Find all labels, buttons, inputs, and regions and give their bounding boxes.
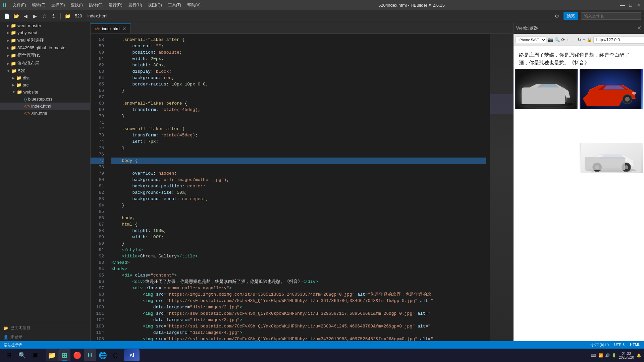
taskbar-vscode[interactable]: ⊞	[58, 349, 70, 361]
battery-icon[interactable]: 🔋	[612, 353, 616, 358]
taskbar-chrome[interactable]: 🌐	[97, 349, 109, 361]
browser-inspect-button[interactable]: 🔍	[554, 36, 560, 44]
minimize-button[interactable]: —	[620, 2, 625, 8]
sidebar-item-dorm[interactable]: ▶ 📁 宿舍管理H5	[0, 51, 90, 59]
svg-point-9	[595, 97, 599, 102]
sidebar-item-weui-select[interactable]: ▶ 📁 weui单列选择	[0, 36, 90, 44]
back-button[interactable]: ◀	[21, 12, 30, 20]
menu-view[interactable]: 视图(Q)	[145, 2, 164, 9]
sidebar-item-waterfall[interactable]: ▶ 📁 瀑布流布局	[0, 59, 90, 67]
preview-blank-area	[514, 205, 644, 341]
folder-icon: 📁	[11, 53, 16, 58]
browser-refresh-button[interactable]: ↻	[578, 36, 581, 44]
sidebar-item-label: weui-master	[17, 23, 41, 28]
folder-icon: 📁	[16, 82, 21, 87]
menu-select[interactable]: 选择(S)	[49, 2, 67, 9]
browser-close-button[interactable]: ✕	[637, 25, 641, 31]
folder-explorer-button[interactable]: 📁	[63, 12, 71, 20]
svg-point-7	[588, 93, 614, 99]
gallery-image-3	[580, 143, 643, 205]
browser-forward-button[interactable]: →	[572, 36, 576, 44]
menu-find[interactable]: 查找(I)	[68, 2, 85, 9]
menu-edit[interactable]: 编辑(E)	[29, 2, 48, 9]
menu-publish[interactable]: 发行(U)	[126, 2, 145, 9]
volume-icon[interactable]: 🔊	[605, 353, 610, 358]
network-icon[interactable]: 📶	[598, 353, 603, 358]
search-button[interactable]: 🔍	[16, 349, 28, 361]
sidebar: ▶ 📁 weui-master ▶ 📁 yoby-weui ▶ 📁 weui单列…	[0, 22, 91, 341]
sidebar-item-website[interactable]: ▼ 📁 website	[0, 88, 90, 96]
close-button[interactable]: ✕	[636, 2, 641, 8]
login-status-label: 未登录	[10, 334, 22, 340]
sidebar-item-weui-master[interactable]: ▶ 📁 weui-master	[0, 22, 90, 29]
open-button[interactable]: 📂	[12, 12, 20, 20]
filter-button[interactable]: ⚙	[553, 12, 561, 20]
sidebar-item-bluestep-css[interactable]: {} bluestep.css	[0, 96, 90, 103]
file-search-input[interactable]	[581, 12, 641, 20]
sidebar-item-xin-html[interactable]: </> Xin.html	[0, 110, 90, 117]
toolbar-separator	[60, 13, 61, 19]
svg-point-5	[559, 96, 564, 101]
browser-back-button[interactable]: ←	[566, 36, 571, 44]
svg-point-12	[632, 92, 636, 95]
user-icon: 👤	[3, 335, 8, 340]
url-bar[interactable]	[593, 36, 644, 44]
browser-rotate-button[interactable]: ⟳	[561, 36, 565, 44]
browser-screenshot-button[interactable]: 📷	[548, 36, 553, 44]
not-logged-in-section: 👤 未登录	[0, 333, 90, 341]
expand-arrow: ▶	[7, 31, 9, 35]
menu-goto[interactable]: 跳转(G)	[86, 2, 105, 9]
close-projects-label: 已关闭项目	[10, 325, 31, 331]
sidebar-item-yoby-weui[interactable]: ▶ 📁 yoby-weui	[0, 29, 90, 36]
menu-help[interactable]: 帮助(V)	[184, 2, 203, 9]
new-file-button[interactable]: 📄	[3, 12, 11, 20]
menu-bar: 文件(F) 编辑(E) 选择(S) 查找(I) 跳转(G) 运行(R) 发行(U…	[10, 2, 203, 9]
start-button[interactable]: ⊞	[3, 349, 15, 361]
taskbar-hbuilder[interactable]: H	[84, 349, 96, 361]
svg-point-1	[520, 102, 573, 107]
task-view-button[interactable]: ▣	[30, 349, 42, 361]
html-file-icon: </>	[24, 104, 30, 109]
browser-home-button[interactable]: ⌂	[583, 36, 585, 44]
menu-run[interactable]: 运行(R)	[106, 2, 125, 9]
bookmark-button[interactable]: ☆	[40, 12, 48, 20]
maximize-button[interactable]: □	[628, 2, 633, 8]
expand-arrow: ▶	[7, 24, 9, 27]
notification-button[interactable]: 🔔	[637, 353, 641, 358]
history-button[interactable]: ⏱	[50, 12, 58, 20]
device-selector[interactable]: iPhone 5/SE	[516, 37, 546, 43]
browser-panel: Web浏览器 ✕ iPhone 5/SE 📷 🔍 ⟳ ← → ↻ ⌂ 🔒 ⚙ 终…	[513, 22, 644, 341]
code-editor[interactable]: .snowfall-flakes:after { content: ""; po…	[107, 34, 490, 341]
taskbar-explorer[interactable]: 📁	[46, 349, 58, 361]
taskbar-app3[interactable]: 🔴	[71, 349, 83, 361]
taskbar-apps: 📁 ⊞ 🔴 H 🌐 ⬡	[46, 349, 121, 361]
taskbar-app5[interactable]: ⬡	[109, 349, 121, 361]
svg-point-18	[624, 165, 628, 169]
forward-button[interactable]: ▶	[31, 12, 39, 20]
line-numbers: 5859606162 6364656667 6869707172 7374757…	[91, 34, 107, 341]
tab-index-html[interactable]: </> index.html ✕	[91, 23, 131, 34]
vscode-icon: ⊞	[62, 351, 67, 359]
sidebar-item-index-html[interactable]: </> index.html	[0, 103, 90, 110]
taskbar: ⊞ 🔍 ▣ 📁 ⊞ 🔴 H 🌐 ⬡ Ai ⌨ 📶 🔊 🔋	[0, 349, 644, 362]
css-file-icon: {}	[24, 97, 27, 102]
tab-close-button[interactable]: ✕	[122, 26, 126, 32]
svg-point-2	[528, 94, 538, 103]
ai-button[interactable]: Ai	[124, 349, 140, 361]
sidebar-item-520[interactable]: ▼ 📁 520	[0, 67, 90, 74]
svg-point-8	[592, 95, 602, 104]
current-file-label: index.html	[86, 13, 109, 18]
browser-toolbar: iPhone 5/SE 📷 🔍 ⟳ ← → ↻ ⌂ 🔒 ⚙	[514, 34, 644, 46]
sidebar-item-label: index.html	[31, 104, 51, 109]
date-display: 2020/5/20	[619, 356, 634, 359]
keyboard-icon[interactable]: ⌨	[591, 353, 596, 358]
browser-lock-button[interactable]: 🔒	[587, 36, 592, 44]
sidebar-item-dist[interactable]: ▶ 📁 dist	[0, 74, 90, 81]
sidebar-item-github[interactable]: ▶ 📁 8042965.github.io-master	[0, 44, 90, 51]
menu-file[interactable]: 文件(F)	[10, 2, 29, 9]
preview-button[interactable]: 预览	[564, 12, 578, 20]
expand-arrow: ▼	[12, 90, 15, 94]
clock[interactable]: 21:33 2020/5/20	[619, 352, 634, 359]
menu-tools[interactable]: 工具(T)	[165, 2, 184, 9]
sidebar-item-src[interactable]: ▶ 📁 src	[0, 81, 90, 88]
